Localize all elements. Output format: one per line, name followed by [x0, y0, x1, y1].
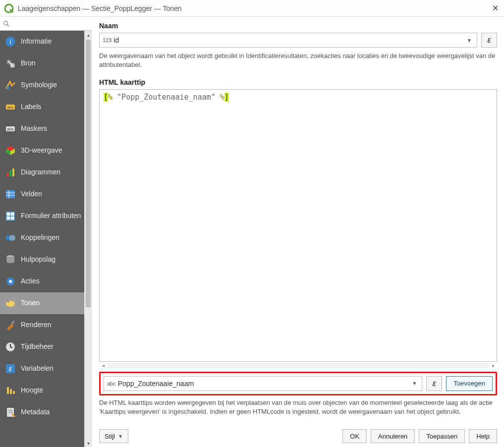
- display-name-field-combo[interactable]: 123 id ▼: [99, 33, 477, 48]
- style-button-label: Stijl: [105, 433, 115, 440]
- style-menu-button[interactable]: Stijl ▼: [99, 429, 128, 443]
- svg-point-1: [4, 21, 8, 25]
- search-icon: [3, 20, 10, 27]
- epsilon-icon: ε: [433, 379, 436, 388]
- sidebar-item-labels[interactable]: abc Labels: [0, 96, 92, 118]
- sidebar-search-input[interactable]: [12, 19, 97, 28]
- sidebar-item-label: Bron: [21, 59, 36, 67]
- svg-point-31: [9, 280, 12, 283]
- diagram-icon: [5, 167, 16, 178]
- masks-icon: abc: [5, 123, 16, 134]
- naam-section-label: Naam: [99, 22, 497, 30]
- sidebar-item-3d[interactable]: 3D-weergave: [0, 140, 92, 162]
- svg-point-32: [6, 301, 15, 307]
- scroll-right-icon[interactable]: ▸: [489, 363, 497, 368]
- insert-field-row: abc Popp_Zoutenaaie_naam ▼ ε Toevoegen: [99, 372, 497, 395]
- sidebar-item-label: Hulpopslag: [21, 256, 56, 263]
- naam-help-text: De weergavenaam van het object wordt geb…: [99, 52, 497, 69]
- sidebar-item-velden[interactable]: Velden: [0, 183, 92, 205]
- ok-button[interactable]: OK: [342, 429, 367, 443]
- scroll-up-icon[interactable]: ▴: [84, 31, 92, 39]
- fields-icon: [5, 189, 16, 200]
- svg-rect-41: [13, 391, 15, 394]
- svg-rect-24: [11, 213, 14, 216]
- info-icon: i: [5, 36, 16, 47]
- sidebar-nav: i Informatie Bron Symbologie abc: [0, 31, 92, 447]
- scroll-left-icon[interactable]: ◂: [99, 363, 107, 368]
- source-icon: [5, 58, 16, 69]
- sidebar-scrollbar[interactable]: ▴ ▾: [84, 31, 92, 447]
- scroll-down-icon[interactable]: ▾: [84, 439, 92, 447]
- insert-button-label: Toevoegen: [453, 380, 485, 387]
- svg-rect-17: [12, 168, 14, 176]
- chevron-down-icon: ▼: [410, 381, 419, 386]
- sidebar-item-renderen[interactable]: Renderen: [0, 314, 92, 336]
- insert-field-combo[interactable]: abc Popp_Zoutenaaie_naam ▼: [104, 376, 422, 391]
- sidebar-item-diagrammen[interactable]: Diagrammen: [0, 162, 92, 183]
- insert-expression-button[interactable]: ε: [426, 376, 442, 391]
- sidebar-item-metadata[interactable]: Metadata: [0, 401, 92, 423]
- form-icon: [5, 211, 16, 222]
- svg-text:ε: ε: [9, 365, 12, 373]
- sidebar-item-formulier[interactable]: Formulier attributen: [0, 205, 92, 227]
- html-tip-section-label: HTML kaarttip: [99, 78, 497, 86]
- sidebar-item-bron[interactable]: Bron: [0, 53, 92, 74]
- html-maptip-editor[interactable]: [% "Popp_Zoutenaaie_naam" %]: [99, 89, 497, 361]
- sidebar-item-tijdbeheer[interactable]: Tijdbeheer: [0, 336, 92, 358]
- svg-rect-25: [7, 217, 10, 220]
- sidebar-item-symbologie[interactable]: Symbologie: [0, 74, 92, 96]
- brush-icon: [5, 320, 16, 331]
- epsilon-icon: ε: [487, 36, 491, 45]
- expression-button[interactable]: ε: [481, 33, 497, 48]
- elevation-icon: [5, 385, 16, 396]
- svg-text:i: i: [9, 38, 11, 46]
- sidebar-search[interactable]: [0, 17, 92, 31]
- sidebar-item-koppelingen[interactable]: Koppelingen: [0, 227, 92, 249]
- display-icon: [5, 298, 16, 309]
- insert-field-value: Popp_Zoutenaaie_naam: [118, 380, 410, 388]
- sidebar-item-label: Symbologie: [21, 81, 57, 89]
- scroll-track[interactable]: [107, 363, 489, 368]
- sidebar-item-label: Hoogte: [21, 387, 43, 394]
- svg-text:abc: abc: [7, 127, 14, 131]
- svg-rect-16: [9, 170, 11, 176]
- sidebar-item-label: Maskers: [21, 125, 47, 132]
- svg-point-7: [6, 86, 9, 89]
- scroll-thumb[interactable]: [86, 40, 91, 307]
- sidebar-item-label: 3D-weergave: [21, 147, 62, 154]
- sidebar-item-variabelen[interactable]: ε Variabelen: [0, 358, 92, 380]
- sidebar-item-label: Formulier attributen: [21, 212, 81, 220]
- sidebar-item-acties[interactable]: Acties: [0, 271, 92, 292]
- editor-horizontal-scrollbar[interactable]: ◂ ▸: [99, 362, 497, 370]
- join-icon: [5, 232, 16, 243]
- clock-icon: [5, 341, 16, 352]
- help-button[interactable]: Help: [469, 429, 497, 443]
- sidebar-item-hoogte[interactable]: Hoogte: [0, 380, 92, 401]
- svg-line-2: [7, 24, 9, 26]
- sidebar-item-hulpopslag[interactable]: Hulpopslag: [0, 249, 92, 271]
- sidebar-item-tonen[interactable]: Tonen: [0, 292, 92, 314]
- field-type-prefix: 123: [103, 37, 112, 43]
- apply-button[interactable]: Toepassen: [419, 429, 465, 443]
- svg-rect-26: [11, 217, 14, 220]
- close-icon[interactable]: ✕: [490, 3, 500, 13]
- sidebar-item-label: Metadata: [21, 408, 50, 416]
- field-type-prefix: abc: [107, 381, 116, 387]
- insert-button[interactable]: Toevoegen: [446, 376, 493, 391]
- sidebar-item-label: Velden: [21, 190, 42, 198]
- chevron-down-icon: ▼: [118, 434, 123, 439]
- svg-rect-15: [6, 173, 8, 176]
- sidebar-item-label: Variabelen: [21, 365, 54, 372]
- sidebar-item-label: Informatie: [21, 38, 52, 45]
- html-tip-help-text: De HTML kaarttips worden weergegeven bij…: [99, 398, 497, 416]
- sidebar-item-label: Diagrammen: [21, 168, 60, 176]
- cube-icon: [5, 145, 16, 156]
- symbology-icon: [5, 80, 16, 91]
- sidebar-item-label: Labels: [21, 103, 41, 111]
- labels-icon: abc: [5, 102, 16, 112]
- sidebar-item-informatie[interactable]: i Informatie: [0, 31, 92, 53]
- epsilon-icon: ε: [5, 363, 16, 374]
- sidebar-item-maskers[interactable]: abc Maskers: [0, 118, 92, 140]
- sidebar-item-label: Koppelingen: [21, 234, 59, 241]
- cancel-button[interactable]: Annuleren: [371, 429, 415, 443]
